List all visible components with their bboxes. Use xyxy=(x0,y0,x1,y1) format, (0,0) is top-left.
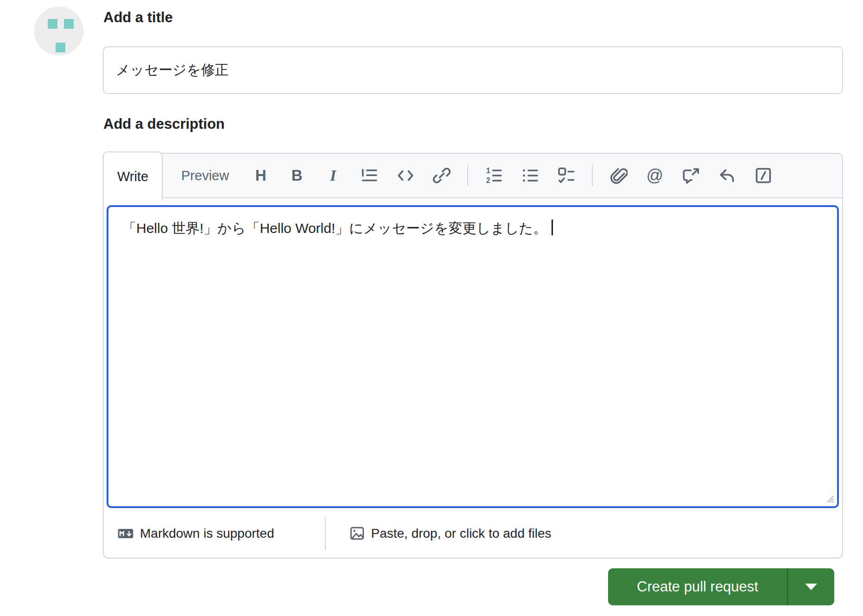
heading-button[interactable]: H xyxy=(250,164,271,187)
markdown-supported-link[interactable]: Markdown is supported xyxy=(118,526,274,541)
cross-reference-icon xyxy=(682,167,700,184)
editor-footer: Markdown is supported Paste, drop, or cl… xyxy=(104,509,842,558)
reply-button[interactable] xyxy=(717,164,737,187)
markdown-supported-label: Markdown is supported xyxy=(140,526,274,541)
description-section-label: Add a description xyxy=(103,116,225,132)
bullet-list-icon xyxy=(521,167,539,184)
cross-reference-button[interactable] xyxy=(680,164,701,187)
create-pull-request-split-button: Create pull request xyxy=(608,568,834,605)
description-textarea[interactable]: 「Hello 世界!」から「Hello World!」にメッセージを変更しました… xyxy=(107,205,839,508)
chevron-down-icon xyxy=(805,584,817,590)
quote-icon xyxy=(361,167,378,184)
create-pull-request-dropdown[interactable] xyxy=(788,568,834,605)
identicon-avatar xyxy=(34,6,83,56)
toolbar-divider xyxy=(592,165,593,186)
create-pull-request-button[interactable]: Create pull request xyxy=(608,568,787,605)
image-icon xyxy=(350,526,364,541)
svg-text:1: 1 xyxy=(486,167,490,175)
italic-icon: I xyxy=(330,167,336,184)
link-button[interactable] xyxy=(431,164,452,187)
heading-icon: H xyxy=(255,167,267,184)
task-list-button[interactable] xyxy=(556,164,577,187)
tab-write[interactable]: Write xyxy=(103,151,163,201)
markdown-editor: Write Preview H B I xyxy=(103,153,843,559)
mention-button[interactable]: @ xyxy=(644,164,665,187)
slash-command-button[interactable] xyxy=(753,164,774,187)
toolbar-icon-group: H B I xyxy=(250,164,774,187)
identicon-square xyxy=(64,19,74,29)
numbered-list-icon: 1 2 xyxy=(485,167,503,184)
attach-files-button[interactable]: Paste, drop, or click to add files xyxy=(350,526,551,541)
tab-write-label: Write xyxy=(117,169,148,184)
mention-icon: @ xyxy=(646,166,663,185)
description-text: 「Hello 世界!」から「Hello World!」にメッセージを変更しました… xyxy=(122,220,547,236)
code-icon xyxy=(397,167,414,184)
title-section-label: Add a title xyxy=(103,9,173,26)
attach-file-icon xyxy=(610,167,628,184)
pull-request-title-input[interactable] xyxy=(103,46,843,94)
identicon-square xyxy=(48,19,57,29)
reply-icon xyxy=(718,167,736,184)
code-button[interactable] xyxy=(395,164,416,187)
attach-file-button[interactable] xyxy=(608,164,629,187)
numbered-list-button[interactable]: 1 2 xyxy=(483,164,504,187)
bold-icon: B xyxy=(292,167,303,184)
attach-files-label: Paste, drop, or click to add files xyxy=(371,526,551,541)
italic-button[interactable]: I xyxy=(323,164,343,187)
editor-toolbar: Write Preview H B I xyxy=(104,154,842,198)
bullet-list-button[interactable] xyxy=(520,164,540,187)
link-icon xyxy=(433,167,451,184)
svg-text:2: 2 xyxy=(486,176,490,184)
quote-button[interactable] xyxy=(359,164,380,187)
text-cursor xyxy=(552,220,553,235)
slash-command-icon xyxy=(755,167,772,184)
markdown-icon xyxy=(118,528,133,539)
task-list-icon xyxy=(558,167,575,184)
resize-handle-icon[interactable] xyxy=(824,493,835,504)
toolbar-divider xyxy=(467,165,468,186)
tab-preview[interactable]: Preview xyxy=(181,168,229,183)
identicon-square xyxy=(56,43,65,52)
bold-button[interactable]: B xyxy=(286,164,307,187)
footer-divider xyxy=(325,517,326,550)
